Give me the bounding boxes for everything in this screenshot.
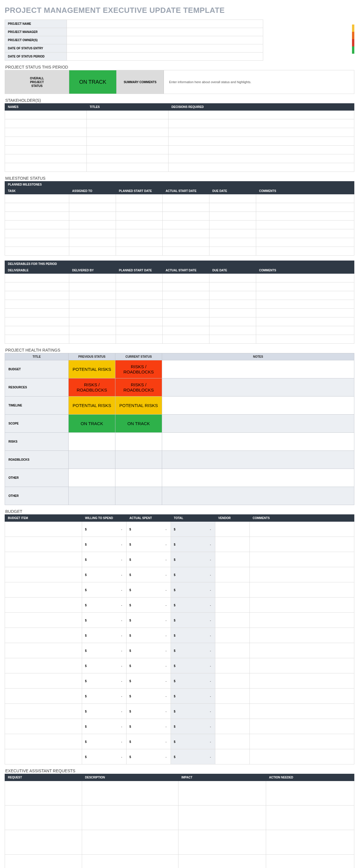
budget-cell[interactable] [5, 658, 82, 673]
cell[interactable] [87, 128, 169, 137]
budget-cell[interactable] [215, 719, 250, 734]
budget-cell[interactable] [5, 597, 82, 613]
cell[interactable] [82, 830, 178, 855]
cell[interactable] [116, 229, 163, 238]
budget-cell[interactable] [250, 658, 354, 673]
cell[interactable] [256, 212, 354, 221]
cell[interactable] [69, 291, 116, 300]
cell[interactable] [87, 146, 169, 154]
budget-cell[interactable] [215, 643, 250, 658]
budget-cell[interactable]: $- [127, 552, 171, 567]
budget-cell[interactable] [5, 688, 82, 704]
budget-cell[interactable] [5, 734, 82, 749]
budget-cell[interactable] [5, 643, 82, 658]
cell[interactable] [256, 238, 354, 247]
cell[interactable] [210, 317, 256, 326]
cell[interactable] [163, 238, 210, 247]
cell[interactable] [210, 247, 256, 256]
health-prev[interactable] [68, 433, 115, 451]
budget-cell[interactable]: $- [127, 582, 171, 597]
budget-cell[interactable]: $- [82, 643, 127, 658]
cell[interactable] [256, 300, 354, 309]
budget-cell[interactable]: $- [171, 613, 215, 628]
cell[interactable] [178, 855, 266, 868]
cell[interactable] [69, 238, 116, 247]
budget-cell[interactable] [250, 719, 354, 734]
cell[interactable] [169, 128, 354, 137]
health-notes[interactable] [162, 451, 354, 469]
cell[interactable] [178, 806, 266, 830]
budget-cell[interactable] [215, 597, 250, 613]
budget-cell[interactable]: $- [82, 537, 127, 552]
cell[interactable] [210, 291, 256, 300]
cell[interactable] [116, 238, 163, 247]
cell[interactable] [5, 291, 69, 300]
budget-cell[interactable] [5, 537, 82, 552]
budget-cell[interactable] [215, 628, 250, 643]
health-curr[interactable]: RISKS / ROADBLOCKS [115, 378, 162, 397]
cell[interactable] [69, 326, 116, 335]
cell[interactable] [87, 137, 169, 146]
cell[interactable] [5, 119, 87, 128]
budget-cell[interactable] [250, 582, 354, 597]
budget-cell[interactable]: $- [82, 719, 127, 734]
cell[interactable] [5, 221, 69, 229]
cell[interactable] [163, 221, 210, 229]
cell[interactable] [163, 274, 210, 282]
cell[interactable] [163, 247, 210, 256]
cell[interactable] [256, 247, 354, 256]
cell[interactable] [256, 203, 354, 212]
budget-cell[interactable]: $- [127, 597, 171, 613]
cell[interactable] [116, 247, 163, 256]
budget-cell[interactable] [215, 522, 250, 537]
cell[interactable] [5, 137, 87, 146]
budget-cell[interactable] [215, 673, 250, 688]
budget-cell[interactable] [5, 673, 82, 688]
cell[interactable] [116, 335, 163, 344]
budget-cell[interactable]: $- [171, 704, 215, 719]
budget-cell[interactable] [250, 688, 354, 704]
budget-cell[interactable]: $- [127, 673, 171, 688]
cell[interactable] [5, 309, 69, 317]
cell[interactable] [178, 830, 266, 855]
health-notes[interactable] [162, 433, 354, 451]
cell[interactable] [266, 855, 354, 868]
budget-cell[interactable]: $- [82, 673, 127, 688]
cell[interactable] [256, 194, 354, 203]
budget-cell[interactable]: $- [171, 658, 215, 673]
cell[interactable] [69, 212, 116, 221]
cell[interactable] [116, 326, 163, 335]
cell[interactable] [210, 194, 256, 203]
budget-cell[interactable] [215, 688, 250, 704]
cell[interactable] [5, 154, 87, 163]
cell[interactable] [116, 221, 163, 229]
cell[interactable] [5, 806, 82, 830]
cell[interactable] [210, 326, 256, 335]
cell[interactable] [82, 781, 178, 806]
budget-cell[interactable]: $- [127, 719, 171, 734]
cell[interactable] [163, 300, 210, 309]
cell[interactable] [266, 781, 354, 806]
budget-cell[interactable]: $- [171, 522, 215, 537]
cell[interactable] [5, 128, 87, 137]
budget-cell[interactable] [215, 552, 250, 567]
budget-cell[interactable]: $- [171, 734, 215, 749]
cell[interactable] [5, 111, 87, 119]
cell[interactable] [69, 317, 116, 326]
budget-cell[interactable]: $- [127, 749, 171, 765]
budget-cell[interactable] [5, 704, 82, 719]
cell[interactable] [163, 212, 210, 221]
cell[interactable] [210, 212, 256, 221]
cell[interactable] [210, 229, 256, 238]
budget-cell[interactable] [5, 613, 82, 628]
budget-cell[interactable] [215, 582, 250, 597]
cell[interactable] [5, 238, 69, 247]
health-curr[interactable]: POTENTIAL RISKS [115, 397, 162, 414]
cell[interactable] [87, 154, 169, 163]
cell[interactable] [256, 317, 354, 326]
cell[interactable] [69, 247, 116, 256]
cell[interactable] [5, 326, 69, 335]
health-prev[interactable] [68, 469, 115, 487]
cell[interactable] [256, 274, 354, 282]
cell[interactable] [256, 221, 354, 229]
